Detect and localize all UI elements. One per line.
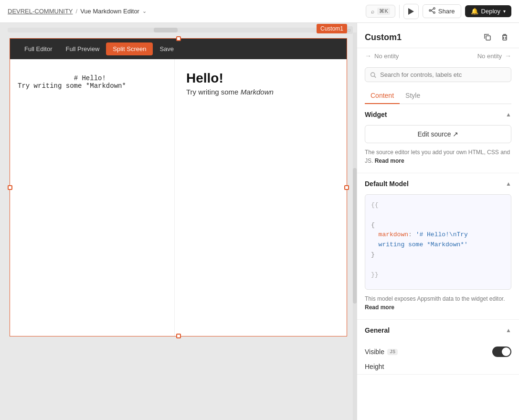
full-editor-button[interactable]: Full Editor bbox=[18, 42, 59, 55]
md-content: # Hello! Try writing some *Markdown* Hel… bbox=[10, 59, 347, 336]
entity-row: → No entity No entity → bbox=[357, 48, 519, 63]
svg-point-1 bbox=[433, 8, 435, 10]
md-editor-pane[interactable]: # Hello! Try writing some *Markdown* bbox=[10, 59, 175, 336]
canvas-vscroll-thumb[interactable] bbox=[353, 168, 357, 304]
search-icon: ⌕ bbox=[371, 8, 374, 15]
play-icon bbox=[408, 8, 414, 15]
default-model-content: {{ { markdown: '# Hello!\nTry writing so… bbox=[357, 194, 519, 319]
search-input[interactable] bbox=[380, 71, 506, 78]
duplicate-icon bbox=[484, 33, 491, 41]
widget-section: Widget ▲ Edit source ↗ The source editor… bbox=[357, 104, 519, 173]
general-section-chevron-icon: ▲ bbox=[506, 327, 511, 334]
app-header: DEVREL-COMMUNITY / Vue Markdown Editor ⌄… bbox=[0, 0, 519, 23]
right-panel: Custom1 → No entity bbox=[357, 23, 519, 420]
code-line-7 bbox=[371, 260, 505, 270]
save-button[interactable]: Save bbox=[153, 42, 180, 55]
code-line-5: writing some *Markdown*' bbox=[371, 240, 505, 250]
md-toolbar: Full Editor Full Preview Split Screen Sa… bbox=[10, 39, 347, 59]
header-divider bbox=[399, 5, 400, 18]
svg-rect-7 bbox=[503, 35, 507, 40]
share-button[interactable]: Share bbox=[423, 4, 461, 18]
entity-right-label: No entity bbox=[477, 52, 502, 60]
search-shortcut: ⌘K bbox=[377, 8, 390, 15]
canvas-area: □ Custom1 Full Editor Full Preview bbox=[0, 23, 357, 420]
widget-section-header[interactable]: Widget ▲ bbox=[357, 104, 519, 125]
header-actions: ⌕ ⌘K Share 🔔 Deploy ▾ bbox=[366, 4, 511, 19]
panel-header-icons bbox=[481, 31, 511, 44]
code-line-2 bbox=[371, 210, 505, 220]
height-label: Height bbox=[357, 363, 519, 374]
deploy-button[interactable]: 🔔 Deploy ▾ bbox=[465, 5, 511, 17]
code-line-8: }} bbox=[371, 270, 505, 280]
visible-label: Visible JS bbox=[365, 348, 398, 356]
arrow-right-icon: → bbox=[365, 52, 371, 60]
read-more-link[interactable]: Read more bbox=[375, 158, 404, 164]
panel-header: Custom1 bbox=[357, 23, 519, 48]
widget-section-title: Widget bbox=[365, 111, 387, 118]
preview-text: Try writing some Markdown bbox=[186, 88, 335, 96]
code-editor[interactable]: {{ { markdown: '# Hello!\nTry writing so… bbox=[365, 194, 511, 290]
resize-handle-right[interactable] bbox=[344, 185, 349, 190]
code-line-6: } bbox=[371, 250, 505, 260]
canvas-vscroll-track[interactable] bbox=[353, 32, 357, 420]
visible-row: Visible JS bbox=[357, 341, 519, 363]
deploy-chevron-icon: ▾ bbox=[503, 9, 506, 14]
share-icon bbox=[429, 7, 435, 15]
resize-handle-top[interactable] bbox=[176, 36, 181, 41]
default-model-chevron-icon: ▲ bbox=[506, 180, 511, 187]
entity-left[interactable]: → No entity bbox=[365, 52, 399, 60]
visible-toggle[interactable] bbox=[492, 346, 511, 357]
code-line-3: { bbox=[371, 220, 505, 231]
js-badge: JS bbox=[387, 349, 398, 355]
search-icon bbox=[370, 72, 376, 78]
full-preview-button[interactable]: Full Preview bbox=[59, 42, 106, 55]
play-button[interactable] bbox=[403, 4, 419, 19]
chevron-down-icon[interactable]: ⌄ bbox=[142, 8, 147, 14]
editor-text: # Hello! Try writing some *Markdown* bbox=[18, 74, 126, 90]
widget-selected-outline[interactable]: Full Editor Full Preview Split Screen Sa… bbox=[10, 38, 347, 336]
widget-section-content: Edit source ↗ The source editor lets you… bbox=[357, 125, 519, 173]
deploy-label: Deploy bbox=[481, 8, 500, 15]
svg-line-11 bbox=[374, 76, 376, 77]
bell-icon: 🔔 bbox=[471, 8, 478, 15]
general-section: General ▲ Visible JS Height bbox=[357, 320, 519, 375]
canvas-hscroll-thumb[interactable] bbox=[154, 28, 178, 32]
project-name[interactable]: DEVREL-COMMUNITY bbox=[8, 8, 73, 15]
default-model-title: Default Model bbox=[365, 180, 409, 188]
page-name[interactable]: Vue Markdown Editor bbox=[80, 8, 139, 15]
default-model-section: Default Model ▲ {{ { markdown: '# Hello!… bbox=[357, 173, 519, 320]
model-description: This model exposes Appsmith data to the … bbox=[365, 294, 511, 312]
breadcrumb: DEVREL-COMMUNITY / Vue Markdown Editor ⌄ bbox=[8, 8, 147, 15]
default-model-section-header[interactable]: Default Model ▲ bbox=[357, 173, 519, 194]
panel-search[interactable] bbox=[365, 67, 511, 82]
split-screen-button[interactable]: Split Screen bbox=[106, 42, 153, 55]
svg-marker-0 bbox=[408, 8, 414, 15]
md-preview-pane: Hello! Try writing some Markdown bbox=[175, 59, 347, 336]
model-read-more-link[interactable]: Read more bbox=[365, 304, 394, 311]
tab-style[interactable]: Style bbox=[400, 88, 426, 104]
panel-title: Custom1 bbox=[365, 32, 402, 42]
svg-point-10 bbox=[371, 73, 375, 76]
widget-label: Custom1 bbox=[317, 24, 347, 33]
edit-source-button[interactable]: Edit source ↗ bbox=[365, 125, 511, 143]
arrow-left-icon: → bbox=[505, 52, 511, 60]
resize-handle-left[interactable] bbox=[8, 185, 12, 190]
tab-content[interactable]: Content bbox=[365, 88, 400, 104]
breadcrumb-separator: / bbox=[76, 8, 78, 15]
code-line-4: markdown: '# Hello!\nTry bbox=[371, 230, 505, 240]
delete-button[interactable] bbox=[498, 31, 511, 44]
search-button[interactable]: ⌕ ⌘K bbox=[366, 5, 395, 18]
svg-line-5 bbox=[431, 10, 433, 12]
panel-tabs: Content Style bbox=[365, 88, 511, 104]
toggle-thumb bbox=[502, 347, 510, 356]
duplicate-button[interactable] bbox=[481, 31, 494, 44]
general-section-header[interactable]: General ▲ bbox=[357, 320, 519, 341]
main-layout: □ Custom1 Full Editor Full Preview bbox=[0, 23, 519, 420]
entity-right[interactable]: No entity → bbox=[477, 52, 511, 60]
svg-rect-6 bbox=[486, 36, 490, 40]
entity-left-label: No entity bbox=[374, 52, 399, 60]
preview-heading: Hello! bbox=[186, 71, 335, 86]
share-label: Share bbox=[438, 8, 455, 15]
resize-handle-bottom[interactable] bbox=[176, 334, 181, 338]
source-description: The source editor lets you add your own … bbox=[365, 148, 511, 165]
